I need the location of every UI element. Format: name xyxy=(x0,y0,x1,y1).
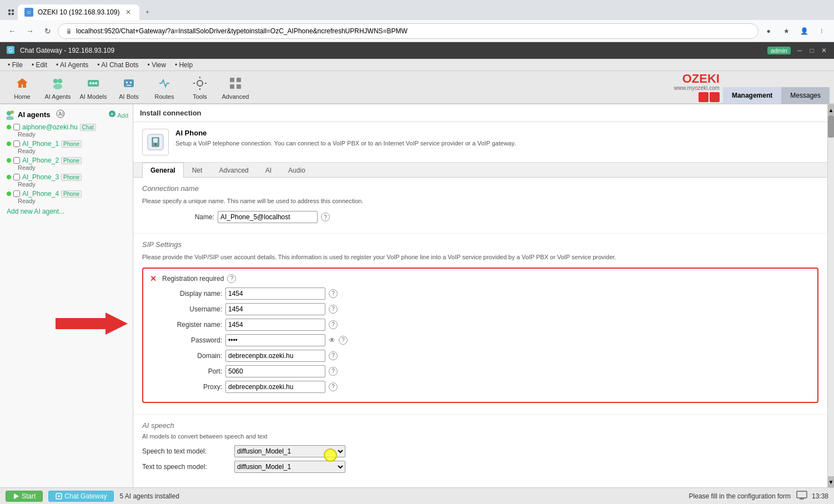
profile-icon[interactable]: ● xyxy=(761,23,776,39)
agent-link[interactable]: aiphone@ozeki.hu Chat xyxy=(22,123,96,131)
password-help[interactable]: ? xyxy=(339,336,348,345)
star-icon[interactable]: ★ xyxy=(778,23,794,39)
menu-edit[interactable]: • Edit xyxy=(27,60,52,70)
tab-audio[interactable]: Audio xyxy=(280,163,314,178)
password-input[interactable] xyxy=(225,334,325,346)
svg-point-18 xyxy=(197,80,203,86)
port-input[interactable] xyxy=(225,365,325,377)
tab-general[interactable]: General xyxy=(142,163,184,178)
svg-point-12 xyxy=(92,82,94,84)
url-input[interactable] xyxy=(76,27,751,35)
agent-checkbox[interactable] xyxy=(13,174,20,180)
toolbar-routes[interactable]: Routes xyxy=(147,72,182,102)
domain-input[interactable] xyxy=(225,350,325,362)
form-content: Connection name Please specify a unique … xyxy=(133,178,827,487)
svg-point-8 xyxy=(58,79,62,83)
back-button[interactable]: ← xyxy=(4,23,20,39)
tab-advanced[interactable]: Advanced xyxy=(210,163,257,178)
proxy-help[interactable]: ? xyxy=(329,382,338,391)
text-to-speech-row: Text to speech model: diffusion_Model_1 xyxy=(142,461,818,473)
username-help[interactable]: ? xyxy=(329,305,338,314)
display-name-help[interactable]: ? xyxy=(329,289,338,298)
forward-button[interactable]: → xyxy=(22,23,38,39)
scroll-down[interactable]: ▼ xyxy=(828,476,834,487)
maximize-button[interactable]: □ xyxy=(807,46,816,55)
minimize-button[interactable]: ─ xyxy=(795,46,804,55)
tab-close-button[interactable]: ✕ xyxy=(124,8,133,17)
menu-view[interactable]: • View xyxy=(143,60,170,70)
start-button[interactable]: Start xyxy=(6,491,43,502)
routes-icon xyxy=(155,74,173,92)
add-agent-link[interactable]: Add new AI agent... xyxy=(0,205,133,218)
agent-item[interactable]: AI_Phone_3 Phone Ready xyxy=(0,172,133,189)
agent-checkbox[interactable] xyxy=(13,140,20,147)
scrollbar[interactable]: ▲ ▼ xyxy=(827,104,834,487)
name-help-icon[interactable]: ? xyxy=(321,213,330,221)
ai-models-icon xyxy=(84,74,102,92)
tab-ai[interactable]: AI xyxy=(257,163,280,178)
agent-checkbox[interactable] xyxy=(13,190,20,197)
toolbar-home[interactable]: Home xyxy=(4,72,40,102)
tab-net[interactable]: Net xyxy=(184,163,211,178)
proxy-input[interactable] xyxy=(225,381,325,393)
toolbar-ai-models[interactable]: AI Models xyxy=(76,72,111,102)
agent-link[interactable]: AI_Phone_2 Phone xyxy=(22,157,82,164)
address-bar[interactable] xyxy=(58,23,758,39)
menu-file[interactable]: • File xyxy=(3,60,27,70)
menu-ai-agents[interactable]: • AI Agents xyxy=(52,60,93,70)
toolbar-ai-bots[interactable]: AI Bots xyxy=(111,72,147,102)
agent-item[interactable]: AI_Phone_2 Phone Ready xyxy=(0,155,133,172)
extensions-icon[interactable]: ⁝ xyxy=(814,23,830,39)
connection-section: Connection name Please specify a unique … xyxy=(133,178,827,234)
domain-help[interactable]: ? xyxy=(329,351,338,360)
browser-tab[interactable]: O OZEKI 10 (192.168.93.109) ✕ xyxy=(18,4,139,20)
agent-status: Ready xyxy=(7,131,128,138)
reload-button[interactable]: ↻ xyxy=(40,23,56,39)
password-toggle-icon[interactable]: 👁 xyxy=(329,336,335,344)
sip-desc: Please provide the VoIP/SIP user account… xyxy=(142,253,818,261)
messages-tab[interactable]: Messages xyxy=(781,87,830,104)
agent-item[interactable]: AI_Phone_4 Phone Ready xyxy=(0,189,133,205)
toolbar-tools[interactable]: Tools xyxy=(182,72,218,102)
agent-item[interactable]: aiphone@ozeki.hu Chat Ready xyxy=(0,122,133,139)
scroll-up[interactable]: ▲ xyxy=(828,104,834,115)
agent-checkbox[interactable] xyxy=(13,157,20,164)
agent-item[interactable]: AI_Phone_1 Phone Ready xyxy=(0,139,133,155)
agent-checkbox[interactable] xyxy=(13,124,20,130)
chat-gateway-button[interactable]: Chat Gateway xyxy=(48,491,114,502)
scroll-thumb[interactable] xyxy=(828,115,834,138)
agent-link[interactable]: AI_Phone_4 Phone xyxy=(22,190,82,198)
account-icon[interactable]: 👤 xyxy=(796,23,812,39)
status-dot xyxy=(7,158,11,163)
domain-row: Domain: ? xyxy=(150,350,811,362)
connection-desc: Please specify a unique name. This name … xyxy=(142,197,818,205)
toolbar-routes-label: Routes xyxy=(155,93,174,100)
toolbar-ai-bots-label: AI Bots xyxy=(119,93,138,100)
menu-help[interactable]: • Help xyxy=(170,60,197,70)
sip-box-header: ✕ Registration required ? xyxy=(150,274,811,283)
new-tab-button[interactable]: + xyxy=(139,4,155,20)
agent-tag: Phone xyxy=(61,140,82,148)
port-help[interactable]: ? xyxy=(329,367,338,376)
ozeki-logo-text: OZEKI xyxy=(674,73,720,85)
register-name-help[interactable]: ? xyxy=(329,320,338,329)
username-input[interactable] xyxy=(225,303,325,315)
toolbar-advanced[interactable]: Advanced xyxy=(218,72,253,102)
toolbar: Home AI Agents AI Models A xyxy=(0,71,834,104)
menu-ai-chat-bots[interactable]: • AI Chat Bots xyxy=(93,60,143,70)
name-input[interactable] xyxy=(218,211,318,223)
display-name-label: Display name: xyxy=(150,290,222,298)
toolbar-ai-agents[interactable]: AI Agents xyxy=(40,72,76,102)
clock: 13:38 xyxy=(812,492,828,500)
management-tab[interactable]: Management xyxy=(723,87,781,104)
close-button[interactable]: ✕ xyxy=(820,46,828,55)
reg-help-icon[interactable]: ? xyxy=(227,274,236,283)
agent-link[interactable]: AI_Phone_1 Phone xyxy=(22,140,82,148)
display-name-input[interactable] xyxy=(225,288,325,300)
sidebar-add-button[interactable]: + Add xyxy=(108,110,128,119)
agent-link[interactable]: AI_Phone_3 Phone xyxy=(22,173,82,181)
speech-to-text-select[interactable]: diffusion_Model_1 xyxy=(234,445,345,457)
register-name-input[interactable] xyxy=(225,319,325,331)
text-to-speech-select[interactable]: diffusion_Model_1 xyxy=(234,461,345,473)
aiphone-icon xyxy=(142,129,169,155)
